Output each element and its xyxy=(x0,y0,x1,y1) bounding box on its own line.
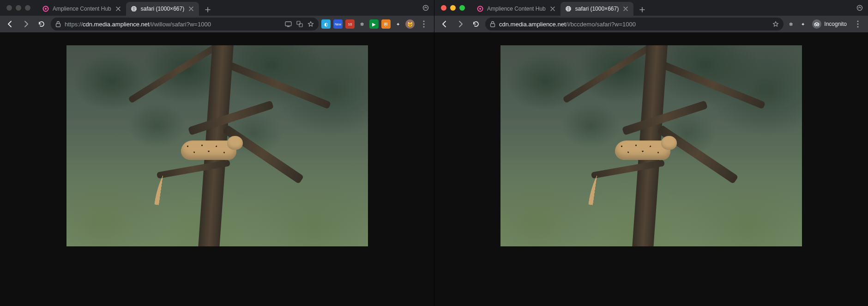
tab-amplience[interactable]: Amplience Content Hub xyxy=(38,2,126,16)
tab-safari-image[interactable]: safari (1000×667) xyxy=(561,2,633,16)
new-tab-button[interactable] xyxy=(202,4,214,16)
window-minimize-button[interactable] xyxy=(450,5,456,11)
extensions-row: ◐ New 10 ✲ ▶ ⛨ ✦ 🐱 xyxy=(321,19,415,29)
toolbar: cdn.media.amplience.net/i/bccdemo/safari… xyxy=(434,16,868,32)
window-controls xyxy=(438,5,470,11)
tab-title: safari (1000×667) xyxy=(141,6,184,12)
close-icon[interactable] xyxy=(188,6,194,12)
lock-icon xyxy=(490,21,495,27)
omnibox-actions xyxy=(772,21,779,27)
puzzle-icon[interactable]: ✦ xyxy=(798,19,808,29)
profile-avatar[interactable]: 🐱 xyxy=(405,19,415,29)
window-zoom-button[interactable] xyxy=(25,5,30,11)
star-icon[interactable] xyxy=(307,21,314,27)
tabstrip-overflow-icon[interactable] xyxy=(856,4,863,12)
svg-point-18 xyxy=(817,24,819,26)
url-text: https://cdn.media.amplience.net/i/willow… xyxy=(65,21,281,28)
svg-point-21 xyxy=(857,26,858,27)
kebab-menu-icon[interactable] xyxy=(851,18,864,31)
incognito-label: Incognito xyxy=(824,21,847,27)
svg-point-13 xyxy=(479,8,481,10)
svg-rect-6 xyxy=(287,26,289,27)
forward-button[interactable] xyxy=(454,18,467,31)
window-controls xyxy=(4,5,35,11)
page-viewport xyxy=(0,32,434,306)
puzzle-icon[interactable]: ✦ xyxy=(393,19,403,29)
window-close-button[interactable] xyxy=(441,5,446,11)
incognito-indicator[interactable]: Incognito xyxy=(810,19,849,29)
tab-title: safari (1000×667) xyxy=(575,6,619,12)
lock-icon xyxy=(55,21,61,27)
new-tab-button[interactable] xyxy=(636,4,648,16)
reload-button[interactable] xyxy=(35,18,48,31)
content-image xyxy=(500,45,802,246)
tabs: Amplience Content Hub safari (1000×667) xyxy=(38,0,214,16)
star-icon[interactable] xyxy=(772,21,779,27)
globe-icon xyxy=(565,6,572,12)
tab-safari-image[interactable]: safari (1000×667) xyxy=(126,2,199,16)
forward-button[interactable] xyxy=(19,18,32,31)
tab-title: Amplience Content Hub xyxy=(487,6,546,12)
svg-point-19 xyxy=(857,20,858,22)
svg-rect-5 xyxy=(285,22,291,26)
back-button[interactable] xyxy=(4,18,17,31)
svg-point-20 xyxy=(857,23,858,24)
svg-point-17 xyxy=(815,24,817,26)
window-zoom-button[interactable] xyxy=(459,5,465,11)
globe-icon xyxy=(131,6,137,12)
close-icon[interactable] xyxy=(115,6,121,12)
tabstrip-overflow-icon[interactable] xyxy=(422,4,429,12)
svg-point-3 xyxy=(423,6,428,11)
ext-1[interactable]: ◐ xyxy=(321,19,331,29)
back-button[interactable] xyxy=(438,18,451,31)
ext-new[interactable]: New xyxy=(333,19,343,29)
tabs: Amplience Content Hub safari (1000×667) xyxy=(472,0,648,16)
close-icon[interactable] xyxy=(622,6,629,12)
tab-title: Amplience Content Hub xyxy=(53,6,111,12)
svg-point-1 xyxy=(45,8,47,10)
gear-icon[interactable]: ✲ xyxy=(786,19,796,29)
content-image xyxy=(66,45,368,246)
toolbar: https://cdn.media.amplience.net/i/willow… xyxy=(0,16,434,32)
svg-point-11 xyxy=(423,26,424,27)
ext-rec[interactable]: ▶ xyxy=(369,19,379,29)
url-text: cdn.media.amplience.net/i/bccdemo/safari… xyxy=(499,21,769,28)
svg-rect-8 xyxy=(299,24,302,27)
incognito-icon xyxy=(812,19,821,29)
gear-icon[interactable]: ✲ xyxy=(357,19,367,29)
extensions-row: ✲ ✦ xyxy=(786,19,808,29)
browser-window-right: Amplience Content Hub safari (1000×667) xyxy=(434,0,868,306)
close-icon[interactable] xyxy=(549,6,556,12)
translate-icon[interactable] xyxy=(296,21,303,27)
amplience-icon xyxy=(42,6,49,12)
page-viewport xyxy=(434,32,868,306)
window-minimize-button[interactable] xyxy=(16,5,21,11)
reload-button[interactable] xyxy=(470,18,482,31)
svg-rect-7 xyxy=(297,21,300,24)
kebab-menu-icon[interactable] xyxy=(417,18,430,31)
omnibox-actions xyxy=(285,21,314,27)
cast-icon[interactable] xyxy=(285,21,292,27)
address-bar[interactable]: cdn.media.amplience.net/i/bccdemo/safari… xyxy=(485,18,784,31)
browser-window-left: Amplience Content Hub safari (1000×667) xyxy=(0,0,434,306)
amplience-icon xyxy=(477,6,483,12)
tab-strip: Amplience Content Hub safari (1000×667) xyxy=(0,0,434,16)
ext-cal[interactable]: 10 xyxy=(345,19,355,29)
tab-strip: Amplience Content Hub safari (1000×667) xyxy=(434,0,868,16)
svg-rect-16 xyxy=(491,24,495,27)
address-bar[interactable]: https://cdn.media.amplience.net/i/willow… xyxy=(51,18,319,31)
ext-shield[interactable]: ⛨ xyxy=(381,19,391,29)
svg-point-15 xyxy=(857,6,862,11)
svg-point-9 xyxy=(423,20,424,22)
svg-rect-4 xyxy=(56,24,60,27)
window-close-button[interactable] xyxy=(6,5,12,11)
svg-point-10 xyxy=(423,23,424,24)
tab-amplience[interactable]: Amplience Content Hub xyxy=(472,2,561,16)
